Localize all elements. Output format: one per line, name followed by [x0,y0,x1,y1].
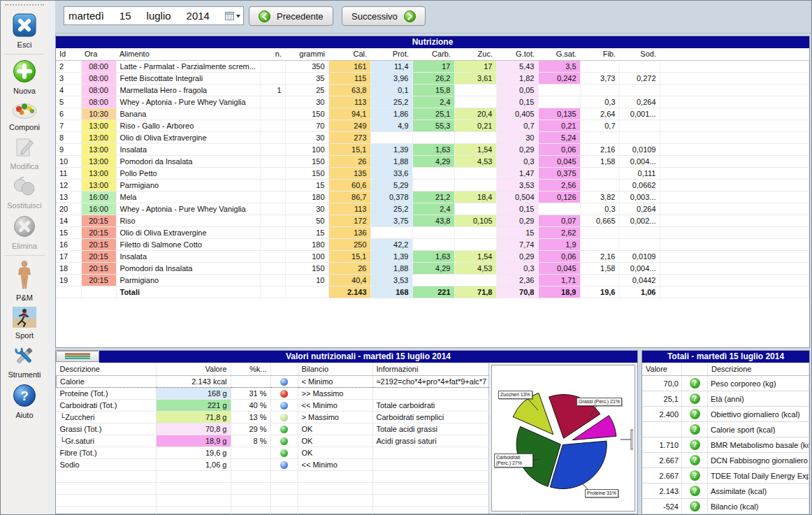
nutrition-column-header[interactable]: Carb. [412,48,454,61]
cell: 10 [285,275,328,286]
valori-value: 71,8 g [156,412,231,423]
nutrition-column-header[interactable]: n. [260,48,285,61]
table-row[interactable]: 913:00Insalata10015,11,391,631,540,290,0… [56,144,809,156]
date-picker[interactable]: martedì 15 luglio 2014 [64,6,244,25]
valori-bilancio: << Minimo [298,459,372,471]
table-row[interactable]: 1520:15Olio di Oliva Extravergine1513615… [56,227,809,239]
nutrition-column-header[interactable]: Sod. [619,48,660,61]
table-row[interactable]: 408:00Marmellata Hero - fragola12563,80,… [56,85,809,96]
sidebar-item-componi[interactable]: Componi [1,100,48,131]
table-row[interactable]: 1920:15Parmigiano1040,43,532,361,710,044… [56,275,809,286]
totals-row[interactable]: 25,1Età (anni) [642,391,809,407]
nutrition-column-header[interactable]: Id [56,48,81,61]
cell: 8 [56,132,81,144]
help-question-icon[interactable] [690,486,700,496]
cell: 150 [285,263,328,275]
valori-row[interactable]: Fibre (Tot.)19,6 gOK [57,447,522,459]
sidebar-item-sport[interactable]: Sport [1,307,48,340]
cell: 0,21 [538,120,580,132]
help-question-icon[interactable] [690,393,700,404]
table-row[interactable]: 1720:15Insalata10015,11,391,631,540,290,… [56,251,809,263]
totals-row[interactable]: Calorie sport (kcal) [642,422,809,437]
table-row[interactable]: 713:00Riso - Gallo - Arboreo702494,955,3… [56,120,809,132]
totals-row[interactable]: 2.667TDEE Total Daily Energy Expendit... [642,468,809,484]
help-question-icon[interactable] [690,424,700,435]
nutrition-column-header[interactable]: G.sat. [538,48,580,61]
nutrition-column-header[interactable]: Alimento [116,48,260,61]
cell: 25,2 [370,203,412,215]
valori-row[interactable]: └Zuccheri71,8 g13 %> MassimoCarboidrati … [57,412,522,423]
date-year[interactable]: 2014 [187,10,210,22]
nutrition-column-header[interactable]: grammi [285,48,328,61]
totals-column-header[interactable]: Descrizione [708,363,809,376]
nutrition-column-header[interactable]: Prot. [370,48,412,61]
cell: 50 [285,215,328,227]
valori-row[interactable]: Sodio1,06 g<< Minimo [57,459,522,471]
table-row[interactable]: 1316:00Mela18086,70,37821,218,40,5040,12… [56,191,809,203]
table-row[interactable]: 1013:00Pomodori da Insalata150261,884,29… [56,156,809,168]
table-row[interactable]: 1213:00Parmigiano1560,65,293,532,560,066… [56,180,809,191]
valori-row[interactable]: └Gr.saturi18,9 g8 %OKAcidi grassi saturi [57,435,522,447]
date-weekday[interactable]: martedì [68,10,104,22]
valori-row[interactable]: Proteine (Tot.)168 g31 %>> Massimo [57,388,522,400]
table-row[interactable]: 1820:15Pomodori da Insalata150261,884,29… [56,263,809,275]
nutrition-column-header[interactable]: Zuc. [454,48,496,61]
valori-column-header[interactable]: Valore [156,363,231,376]
table-row[interactable]: 1113:00Pollo Petto15013533,61,470,3750,1… [56,168,809,180]
cell: 2.143 [328,286,370,298]
totals-column-header[interactable]: Valore [642,363,682,376]
sidebar-item-nuova[interactable]: Nuova [1,59,48,95]
cell: 0,405 [496,108,538,120]
valori-column-header[interactable] [270,363,298,376]
sidebar-item-esci[interactable]: Esci [1,13,48,49]
valori-row[interactable]: Carboidrati (Tot.)221 g40 %<< MinimoTota… [57,400,522,412]
next-day-button[interactable]: Successivo [342,6,426,26]
table-row[interactable]: 308:00Fette Biscottate Integrali351153,9… [56,73,809,85]
valori-column-header[interactable]: Descrizione [57,363,157,376]
cell: 0,004... [619,263,660,275]
cell: 08:00 [81,61,116,73]
valori-column-header[interactable]: Bilancio [298,363,372,376]
table-row[interactable]: 610:30Banana15094,11,8625,120,40,4050,13… [56,108,809,120]
nutrition-column-header[interactable]: Cal. [328,48,370,61]
sidebar-item-aiuto[interactable]: ?Aiuto [1,384,48,419]
table-row[interactable]: 1420:15Riso501723,7543,80,1050,290,070,6… [56,215,809,227]
help-question-icon[interactable] [690,470,700,481]
help-question-icon[interactable] [690,455,700,465]
table-row[interactable]: 208:00Latte - Parmalat - Parzialmente sc… [56,61,809,73]
table-row[interactable]: 508:00Whey - Aptonia - Pure Whey Vanigli… [56,96,809,108]
help-question-icon[interactable] [690,378,700,389]
table-row[interactable]: 813:00Olio di Oliva Extravergine30273305… [56,132,809,144]
totals-row[interactable]: 70,0Peso corporeo (kg) [642,376,809,391]
cell: 0,001... [619,108,660,120]
valori-row[interactable]: Calorie2.143 kcal< Minimo≈2192=cho*4+pro… [57,376,522,388]
totals-row[interactable]: 2.143Assimilate (kcal) [642,484,809,499]
chart-toggle-button[interactable] [56,351,99,362]
date-day[interactable]: 15 [119,10,131,22]
totals-row[interactable]: 2.667DCN Fabbisogno giornaliero (kcal) [642,453,809,468]
nutrition-column-header[interactable]: G.tot. [496,48,538,61]
valori-row[interactable]: Grassi (Tot.)70,8 g29 %OKTotale acidi gr… [57,423,522,435]
pie-label-clipped [631,430,633,449]
previous-day-button[interactable]: Precedente [249,6,333,26]
valori-empty-row [57,495,522,507]
help-question-icon[interactable] [690,501,700,512]
nutrition-column-header[interactable]: Fib. [580,48,619,61]
sidebar-item-p-m[interactable]: P&M [1,261,48,302]
cell [580,180,619,191]
body-icon [17,261,32,293]
date-month[interactable]: luglio [147,10,171,22]
calendar-dropdown-icon[interactable] [225,12,241,20]
sidebar-item-strumenti[interactable]: Strumenti [1,344,48,379]
totals-desc: Calorie sport (kcal) [708,422,809,437]
help-question-icon[interactable] [690,440,700,450]
totals-row[interactable]: 1.710BMR Metabolismo basale (kcal) [642,437,809,453]
nutrition-column-header[interactable]: Ora [81,48,116,61]
help-question-icon[interactable] [690,409,700,419]
cell: Parmigiano [116,180,260,191]
totals-row[interactable]: 2.400Obiettivo giornaliero (kcal) [642,407,809,422]
totals-row[interactable]: -524Bilancio (kcal) [642,499,809,514]
valori-column-header[interactable]: %k... [231,363,270,376]
table-row[interactable]: 2016:00Whey - Aptonia - Pure Whey Vanigl… [56,203,809,215]
table-row[interactable]: 1620:15Filetto di Salmone Cotto18025042,… [56,239,809,251]
